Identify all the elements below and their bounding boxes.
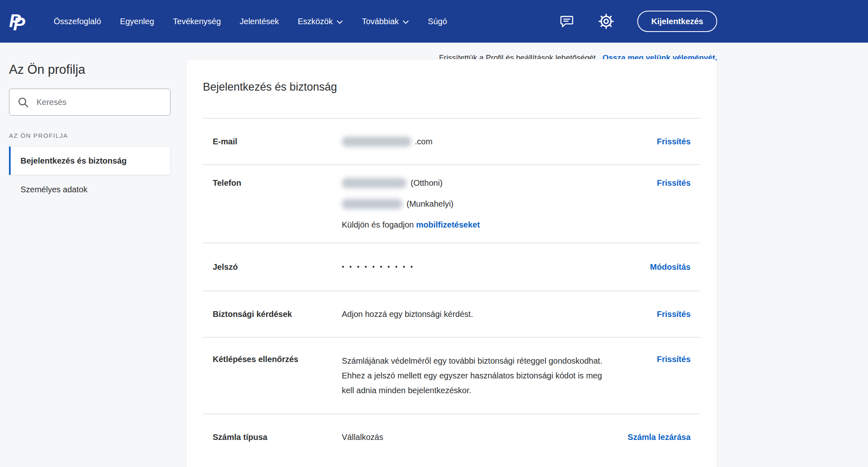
password-label: Jelszó [213, 261, 342, 273]
email-row: E-mail .com Frissítés [203, 118, 700, 164]
logout-button[interactable]: Kijelentkezés [637, 11, 717, 32]
mobile-payments-line: Küldjön és fogadjon mobilfizetéseket [342, 219, 657, 230]
redacted-phone-home [342, 178, 407, 188]
nav-item-egyenleg[interactable]: Egyenleg [111, 0, 164, 43]
phone-work-tag: (Munkahelyi) [407, 198, 453, 210]
login-security-card: Bejelentkezés és biztonság E-mail .com F… [186, 59, 717, 467]
chat-bubble-icon [559, 14, 575, 29]
nav-item-label: Eszközök [298, 17, 333, 26]
email-update-link[interactable]: Frissítés [657, 136, 691, 147]
nav-links: Összefoglaló Egyenleg Tevékenység Jelent… [44, 0, 457, 43]
two-step-row: Kétlépéses ellenőrzés Számlájának védelm… [203, 337, 700, 414]
sidebar-section-label: AZ ÖN PROFILJA [9, 132, 170, 139]
nav-item-osszefoglalo[interactable]: Összefoglaló [44, 0, 111, 43]
sidebar-menu: Bejelentkezés és biztonság Személyes ada… [9, 146, 170, 204]
paypal-logo-icon: P P [9, 11, 27, 32]
nav-item-sugo[interactable]: Súgó [418, 0, 457, 43]
search-box [9, 89, 170, 116]
search-icon [17, 96, 30, 109]
card-title: Bejelentkezés és biztonság [186, 59, 717, 118]
email-value: .com [342, 136, 657, 147]
sidebar-item-login-security[interactable]: Bejelentkezés és biztonság [9, 146, 170, 175]
svg-text:P: P [13, 14, 25, 32]
phone-update-link[interactable]: Frissítés [657, 177, 691, 189]
email-domain-suffix: .com [415, 136, 432, 147]
two-step-label: Kétlépéses ellenőrzés [213, 353, 342, 365]
chevron-down-icon [402, 20, 409, 24]
phone-row: Telefon (Otthoni) (Munkahelyi) Küldjön é… [203, 164, 700, 243]
phone-label: Telefon [213, 177, 342, 189]
account-type-label: Számla típusa [213, 431, 342, 443]
security-questions-row: Biztonsági kérdések Adjon hozzá egy bizt… [203, 291, 700, 337]
security-questions-label: Biztonsági kérdések [213, 308, 342, 320]
update-notice: Frissítettük a Profil és beállítások leh… [9, 43, 717, 55]
phone-work-line: (Munkahelyi) [342, 198, 657, 210]
nav-item-eszkozok[interactable]: Eszközök [288, 0, 352, 43]
profile-sidebar: Az Ön profilja AZ ÖN PROFILJA Bejelentke… [9, 59, 170, 204]
nav-item-tovabbiak[interactable]: Továbbiak [352, 0, 418, 43]
phone-home-line: (Otthoni) [342, 177, 657, 189]
gear-icon [598, 13, 614, 30]
password-change-link[interactable]: Módosítás [650, 261, 691, 273]
redacted-email [342, 137, 411, 147]
settings-button[interactable] [598, 13, 614, 30]
phone-home-tag: (Otthoni) [411, 177, 443, 189]
two-step-value: Számlájának védelméről egy további bizto… [342, 353, 608, 398]
paypal-logo[interactable]: P P [9, 11, 27, 32]
nav-item-tevekenyseg[interactable]: Tevékenység [164, 0, 230, 43]
mobile-payments-link[interactable]: mobilfizetéseket [416, 220, 480, 229]
email-label: E-mail [213, 136, 342, 147]
search-input[interactable] [9, 89, 170, 116]
redacted-phone-work [342, 199, 402, 209]
nav-right-cluster: Kijelentkezés [559, 11, 717, 32]
nav-item-label: Továbbiak [362, 17, 399, 26]
close-account-link[interactable]: Számla lezárása [628, 431, 691, 443]
nav-item-jelentesek[interactable]: Jelentések [230, 0, 289, 43]
password-row: Jelszó •••••••••• Módosítás [203, 243, 700, 291]
password-masked-value: •••••••••• [342, 261, 650, 273]
security-questions-value: Adjon hozzá egy biztonsági kérdést. [342, 308, 657, 320]
messages-button[interactable] [559, 14, 575, 29]
two-step-update-link[interactable]: Frissítés [657, 353, 691, 365]
account-type-value: Vállalkozás [342, 431, 628, 443]
chevron-down-icon [336, 20, 343, 24]
phone-value: (Otthoni) (Munkahelyi) Küldjön és fogadj… [342, 177, 657, 230]
security-questions-update-link[interactable]: Frissítés [657, 308, 691, 320]
top-navigation: P P Összefoglaló Egyenleg Tevékenység Je… [0, 0, 868, 43]
page-title: Az Ön profilja [9, 62, 170, 77]
account-type-row: Számla típusa Vállalkozás Számla lezárás… [203, 414, 700, 467]
mobile-payments-text: Küldjön és fogadjon [342, 220, 414, 229]
sidebar-item-personal-data[interactable]: Személyes adatok [9, 175, 170, 204]
